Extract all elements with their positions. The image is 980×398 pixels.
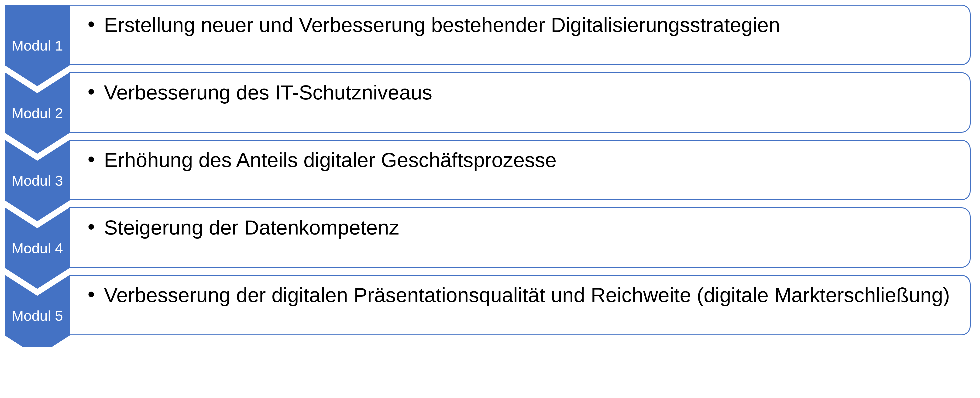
module-bullet: Erstellung neuer und Verbesserung besteh…	[88, 13, 956, 37]
module-bullet: Verbesserung des IT-Schutzniveaus	[88, 80, 956, 105]
module-content: Verbesserung des IT-Schutzniveaus	[69, 72, 970, 133]
module-content: Verbesserung der digitalen Präsentations…	[69, 275, 970, 335]
module-content: Erstellung neuer und Verbesserung besteh…	[69, 5, 970, 65]
module-content: Steigerung der Datenkompetenz	[69, 207, 970, 268]
module-label: Modul 2	[5, 72, 70, 133]
module-bullet: Verbesserung der digitalen Präsentations…	[88, 283, 956, 308]
module-bullet: Erhöhung des Anteils digitaler Geschäfts…	[88, 147, 956, 172]
module-chevron-diagram: Modul 1 Erstellung neuer und Verbesserun…	[5, 5, 970, 335]
module-label: Modul 1	[5, 5, 70, 65]
module-label: Modul 3	[5, 140, 70, 200]
module-bullet: Steigerung der Datenkompetenz	[88, 215, 956, 240]
module-label: Modul 5	[5, 275, 70, 335]
chevron-shape: Modul 5	[5, 275, 70, 347]
module-row: Modul 2 Verbesserung des IT-Schutzniveau…	[5, 72, 970, 133]
module-row: Modul 1 Erstellung neuer und Verbesserun…	[5, 5, 970, 65]
module-row: Modul 5 Verbesserung der digitalen Präse…	[5, 275, 970, 335]
module-content: Erhöhung des Anteils digitaler Geschäfts…	[69, 140, 970, 200]
module-label: Modul 4	[5, 207, 70, 268]
module-row: Modul 4 Steigerung der Datenkompetenz	[5, 207, 970, 268]
module-row: Modul 3 Erhöhung des Anteils digitaler G…	[5, 140, 970, 200]
